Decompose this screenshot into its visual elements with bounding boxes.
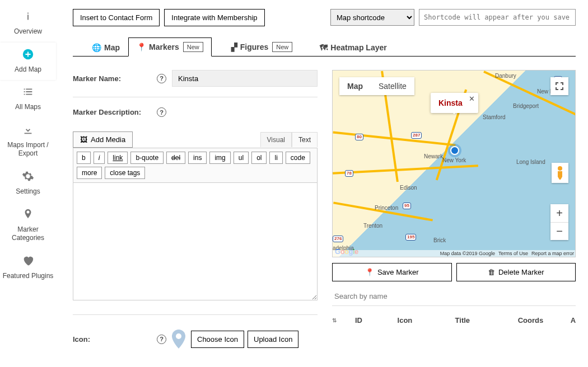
upload-icon-button[interactable]: Upload Icon (248, 331, 298, 348)
ed-btn-closetags[interactable]: close tags (105, 167, 145, 179)
search-marker-input[interactable] (332, 287, 576, 306)
sidebar-item-featured-plugins[interactable]: Featured Plugins (0, 249, 56, 287)
globe-icon: 🌐 (92, 43, 101, 52)
choose-icon-button[interactable]: Choose Icon (191, 331, 244, 348)
infowindow-title: Kinsta (438, 98, 463, 107)
ed-btn-ol[interactable]: ol (251, 152, 267, 164)
svg-point-3 (176, 333, 181, 339)
help-icon[interactable]: ? (157, 74, 166, 83)
tab-markers[interactable]: 📍MarkersNew (128, 37, 212, 57)
ed-btn-more[interactable]: more (77, 167, 102, 179)
sidebar-item-label: Overview (1, 27, 55, 36)
city-label: Princeton (375, 205, 398, 211)
editor-tab-visual[interactable]: Visual (260, 132, 292, 147)
list-icon (1, 86, 55, 101)
tab-map[interactable]: 🌐Map (84, 39, 128, 56)
plus-circle-icon (1, 48, 55, 64)
ed-btn-link[interactable]: link (108, 152, 128, 164)
new-badge: New (183, 42, 203, 52)
heart-icon (1, 255, 55, 270)
ed-btn-i[interactable]: i (94, 152, 105, 164)
sidebar-item-settings[interactable]: Settings (0, 164, 56, 203)
pegman-icon[interactable] (552, 163, 568, 183)
marker-name-input[interactable] (172, 70, 318, 87)
sidebar-item-label: Maps Import / Export (1, 141, 55, 158)
sidebar-item-label: Settings (1, 187, 55, 196)
map-marker-pin[interactable] (450, 146, 459, 155)
gear-icon (1, 170, 55, 186)
col-coords: Coords (518, 316, 554, 324)
icon-label: Icon: (73, 335, 151, 344)
shortcode-select[interactable]: Map shortcode (330, 9, 414, 26)
tab-heatmap[interactable]: 🗺Heatmap Layer (312, 39, 394, 56)
ed-btn-li[interactable]: li (269, 152, 282, 164)
svg-rect-0 (27, 13, 29, 14)
marker-name-label: Marker Name: (73, 74, 151, 83)
map-type-satellite[interactable]: Satellite (371, 77, 414, 95)
ed-btn-code[interactable]: code (286, 152, 310, 164)
sidebar-item-all-maps[interactable]: All Maps (0, 80, 56, 118)
pin-icon: 📍 (137, 43, 146, 51)
city-label: Newark (424, 153, 443, 159)
sidebar-item-add-map[interactable]: Add Map (0, 43, 56, 81)
sidebar-item-label: Add Map (1, 65, 55, 74)
shapes-icon: ▞ (231, 43, 237, 51)
col-title: Title (455, 316, 501, 324)
fullscreen-button[interactable] (550, 77, 568, 95)
ed-btn-del[interactable]: del (166, 152, 185, 164)
main-tabs: 🌐Map 📍MarkersNew ▞FiguresNew 🗺Heatmap La… (73, 36, 576, 57)
svg-rect-1 (27, 15, 29, 20)
zoom-in-button[interactable]: + (550, 204, 568, 222)
delete-marker-button[interactable]: 🗑Delete Marker (456, 263, 576, 281)
city-label: Danbury (495, 73, 516, 79)
svg-point-4 (558, 166, 562, 171)
add-media-button[interactable]: 🖼Add Media (73, 131, 133, 148)
ed-btn-ins[interactable]: ins (188, 152, 207, 164)
help-icon[interactable]: ? (157, 107, 166, 117)
sidebar-item-overview[interactable]: Overview (0, 4, 56, 43)
city-label: Brick (433, 237, 446, 243)
ed-btn-bquote[interactable]: b-quote (130, 152, 164, 164)
shortcode-output[interactable] (419, 9, 576, 26)
ed-btn-img[interactable]: img (209, 152, 230, 164)
save-marker-button[interactable]: 📍Save Marker (332, 263, 452, 281)
default-marker-icon (172, 330, 185, 349)
trash-icon: 🗑 (488, 268, 495, 276)
top-toolbar: Insert to Contact Form Integrate with Me… (73, 9, 576, 26)
city-label: Bridgeport (513, 103, 539, 109)
editor-tab-text[interactable]: Text (292, 132, 318, 147)
media-icon: 🖼 (80, 135, 87, 144)
help-icon[interactable]: ? (157, 335, 166, 344)
city-label: Long Island (516, 159, 545, 165)
marker-description-textarea[interactable] (73, 183, 318, 300)
sidebar-item-import-export[interactable]: Maps Import / Export (0, 118, 56, 164)
map-type-toggle: Map Satellite (339, 77, 414, 95)
close-icon[interactable]: ✕ (469, 95, 475, 103)
zoom-control: + − (550, 204, 568, 240)
sidebar-item-marker-categories[interactable]: Marker Categories (0, 203, 56, 249)
ed-btn-b[interactable]: b (77, 152, 91, 164)
integrate-membership-button[interactable]: Integrate with Membership (164, 9, 264, 26)
sidebar-item-label: Marker Categories (1, 225, 55, 243)
map-attribution: Map data ©2019 Google Terms of Use Repor… (333, 250, 575, 257)
pin-icon: 📍 (365, 268, 374, 276)
ed-btn-ul[interactable]: ul (234, 152, 249, 164)
download-icon (1, 124, 55, 139)
map-infowindow: Kinsta ✕ (431, 93, 478, 113)
col-a: A (571, 316, 576, 324)
map-type-map[interactable]: Map (339, 77, 371, 95)
editor-toolbar: b i link b-quote del ins img ul ol li co… (73, 148, 318, 183)
sort-icon[interactable]: ⇅ (332, 317, 338, 323)
tab-figures[interactable]: ▞FiguresNew (223, 38, 301, 56)
info-icon (1, 10, 55, 26)
sidebar-item-label: Featured Plugins (1, 272, 55, 281)
zoom-out-button[interactable]: − (550, 222, 568, 240)
sidebar: Overview Add Map All Maps Maps Import / … (0, 0, 56, 367)
markers-table-header: ⇅ ID Icon Title Coords A (332, 316, 576, 324)
map-canvas[interactable]: Danbury New Haven Bridgeport Stamford Ne… (332, 70, 576, 257)
insert-contact-form-button[interactable]: Insert to Contact Form (73, 9, 160, 26)
city-label: Trenton (363, 223, 382, 229)
map-icon: 🗺 (320, 43, 328, 52)
sidebar-item-label: All Maps (1, 103, 55, 112)
city-label: Stamford (483, 114, 506, 120)
